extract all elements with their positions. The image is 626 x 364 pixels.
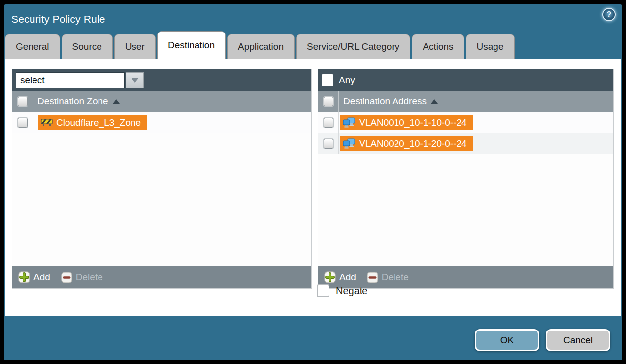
tab-bar: General Source User Destination Applicat…: [5, 32, 516, 59]
address-icon: [343, 117, 356, 128]
add-label: Add: [339, 272, 356, 283]
table-row: Cloudflare_L3_Zone: [12, 112, 311, 133]
address-column-title: Destination Address: [343, 96, 427, 107]
address-link[interactable]: VLAN0010_10-1-10-0--24: [340, 115, 473, 130]
title-bar: Security Policy Rule ?: [4, 4, 622, 31]
cancel-button[interactable]: Cancel: [546, 329, 610, 351]
delete-label: Delete: [76, 272, 103, 283]
destination-tab-content: Destination Zone: [5, 59, 621, 316]
zone-rows: Cloudflare_L3_Zone: [12, 112, 311, 266]
delete-zone-button[interactable]: Delete: [61, 272, 103, 283]
help-icon[interactable]: ?: [602, 8, 616, 21]
destination-address-panel: Any Destination Address: [318, 69, 614, 289]
address-name: VLAN0010_10-1-10-0--24: [359, 117, 467, 128]
select-all-zones-checkbox[interactable]: [18, 97, 28, 106]
tab-usage[interactable]: Usage: [466, 34, 515, 59]
address-link[interactable]: VLAN0020_10-1-20-0--24: [340, 136, 473, 151]
zone-panel-footer: Add Delete: [12, 266, 311, 288]
delete-icon: [61, 272, 72, 283]
row-checkbox[interactable]: [324, 118, 333, 128]
negate-row: Negate: [317, 284, 368, 297]
any-checkbox[interactable]: [322, 74, 333, 86]
zone-link[interactable]: Cloudflare_L3_Zone: [38, 115, 147, 130]
tab-destination[interactable]: Destination: [157, 31, 226, 59]
dialog-button-bar: OK Cancel: [475, 329, 610, 351]
zone-select-dropdown-button[interactable]: [126, 72, 144, 88]
security-policy-rule-dialog: Security Policy Rule ? General Source Us…: [4, 4, 622, 360]
delete-icon: [367, 272, 378, 283]
tab-application[interactable]: Application: [227, 34, 295, 59]
address-panel-toolbar: Any: [318, 69, 613, 91]
add-zone-button[interactable]: Add: [18, 271, 50, 283]
negate-checkbox[interactable]: [317, 284, 329, 297]
zone-icon: [41, 118, 53, 127]
zone-column-sort[interactable]: Destination Zone: [33, 96, 120, 107]
row-checkbox[interactable]: [324, 139, 333, 149]
zone-column-title: Destination Zone: [37, 96, 108, 107]
select-all-addresses-checkbox[interactable]: [324, 97, 333, 106]
add-address-button[interactable]: Add: [324, 271, 356, 283]
delete-label: Delete: [382, 272, 409, 283]
table-row: VLAN0020_10-1-20-0--24: [318, 133, 613, 154]
negate-label: Negate: [336, 285, 368, 297]
address-column-sort[interactable]: Destination Address: [339, 96, 438, 107]
tab-user[interactable]: User: [114, 34, 156, 59]
address-name: VLAN0020_10-1-20-0--24: [359, 138, 467, 149]
row-checkbox[interactable]: [18, 118, 28, 128]
destination-zone-panel: Destination Zone: [12, 69, 312, 289]
tab-general[interactable]: General: [5, 34, 60, 59]
sort-asc-icon: [113, 99, 120, 104]
chevron-down-icon: [131, 78, 139, 83]
zone-select-combobox: [16, 72, 144, 88]
tab-source[interactable]: Source: [62, 34, 113, 59]
add-icon: [18, 271, 30, 283]
ok-button[interactable]: OK: [475, 329, 539, 351]
address-column-header: Destination Address: [318, 91, 613, 112]
dialog-title: Security Policy Rule: [11, 13, 105, 25]
zone-name: Cloudflare_L3_Zone: [56, 117, 141, 128]
zone-panel-toolbar: [12, 69, 311, 91]
any-label: Any: [339, 75, 355, 86]
delete-address-button[interactable]: Delete: [367, 272, 409, 283]
zone-column-header: Destination Zone: [12, 91, 311, 112]
tab-actions[interactable]: Actions: [412, 34, 464, 59]
sort-asc-icon: [431, 99, 438, 104]
add-label: Add: [33, 272, 50, 283]
add-icon: [324, 271, 336, 283]
address-icon: [343, 138, 356, 149]
table-row: VLAN0010_10-1-10-0--24: [318, 112, 613, 133]
tab-service-url-category[interactable]: Service/URL Category: [296, 34, 410, 59]
address-rows: VLAN0010_10-1-10-0--24: [318, 112, 613, 266]
zone-select-input[interactable]: [16, 72, 125, 88]
